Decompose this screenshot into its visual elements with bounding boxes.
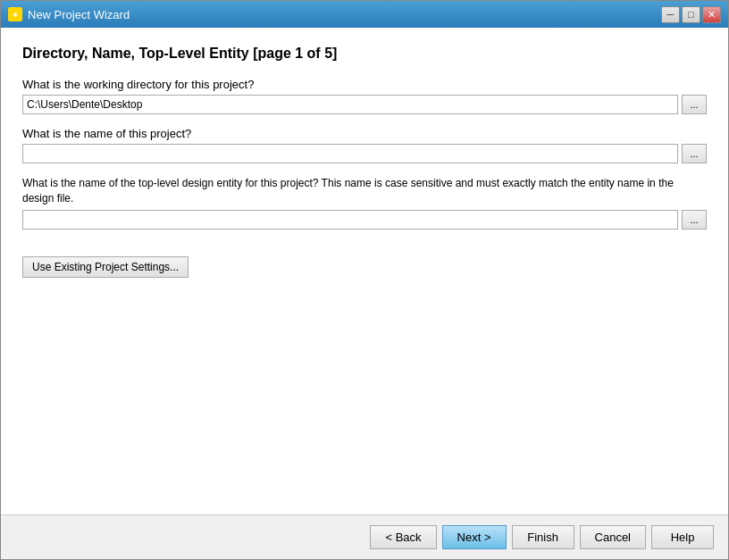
title-bar-controls: ─ □ ✕ [661, 6, 721, 23]
cancel-button[interactable]: Cancel [580, 525, 646, 549]
working-dir-input[interactable] [22, 95, 678, 114]
maximize-button[interactable]: □ [682, 6, 700, 23]
footer: < Back Next > Finish Cancel Help [1, 514, 728, 559]
title-bar: ✦ New Project Wizard ─ □ ✕ [1, 1, 728, 28]
spacer [22, 278, 707, 497]
app-icon: ✦ [8, 7, 22, 21]
working-dir-browse-button[interactable]: ... [682, 95, 707, 114]
top-level-input-row: ... [22, 210, 707, 230]
title-bar-left: ✦ New Project Wizard [8, 7, 130, 21]
minimize-button[interactable]: ─ [661, 6, 680, 23]
working-dir-input-row: ... [22, 95, 707, 114]
finish-button[interactable]: Finish [512, 525, 574, 549]
use-existing-section: Use Existing Project Settings... [22, 242, 707, 278]
back-button[interactable]: < Back [370, 525, 436, 549]
project-name-browse-button[interactable]: ... [682, 144, 707, 163]
page-title: Directory, Name, Top-Level Entity [page … [22, 46, 707, 62]
working-dir-section: What is the working directory for this p… [22, 78, 707, 114]
use-existing-button[interactable]: Use Existing Project Settings... [22, 256, 189, 278]
top-level-label: What is the name of the top-level design… [22, 176, 707, 206]
content-area: Directory, Name, Top-Level Entity [page … [1, 28, 728, 514]
next-button[interactable]: Next > [442, 525, 507, 549]
wizard-window: ✦ New Project Wizard ─ □ ✕ Directory, Na… [0, 0, 729, 560]
project-name-section: What is the name of this project? ... [22, 127, 707, 163]
close-button[interactable]: ✕ [702, 6, 721, 23]
top-level-input[interactable] [22, 210, 678, 230]
help-button[interactable]: Help [651, 525, 714, 549]
project-name-input[interactable] [22, 144, 678, 163]
top-level-section: What is the name of the top-level design… [22, 176, 707, 230]
working-dir-label: What is the working directory for this p… [22, 78, 707, 91]
top-level-browse-button[interactable]: ... [682, 210, 707, 230]
project-name-input-row: ... [22, 144, 707, 163]
project-name-label: What is the name of this project? [22, 127, 707, 140]
window-title: New Project Wizard [28, 8, 130, 21]
